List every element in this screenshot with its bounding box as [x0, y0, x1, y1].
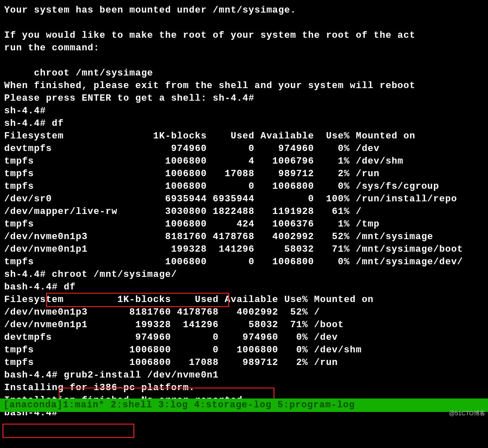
intro-line: When finished, please exit from the shel…	[4, 80, 484, 92]
df-row: /dev/nvme0n1p1 199328 141296 58032 71% /…	[4, 319, 484, 331]
intro-line: run the command:	[4, 42, 484, 55]
output-line: Installing for i386-pc platform.	[4, 382, 484, 394]
intro-line: If you would like to make the root of yo…	[4, 29, 484, 42]
df-row: tmpfs 1006800 17088 989712 2% /run	[4, 357, 484, 369]
prompt-line: bash-4.4# grub2-install /dev/nvme0n1	[4, 369, 484, 382]
df-row: devtmpfs 974960 0 974960 0% /dev	[4, 143, 484, 155]
df-row: /dev/nvme0n1p1 199328 141296 58032 71% /…	[4, 243, 484, 256]
df-row: tmpfs 1006800 0 1006800 0% /dev/shm	[4, 344, 484, 357]
intro-line: Your system has been mounted under /mnt/…	[4, 4, 484, 17]
intro-line: chroot /mnt/sysimage	[4, 67, 484, 80]
prompt-line: sh-4.4#	[4, 105, 484, 117]
highlight-box-bash	[3, 424, 134, 438]
df-row: tmpfs 1006800 4 1006796 1% /dev/shm	[4, 155, 484, 168]
blank-line	[4, 55, 484, 67]
prompt-line: sh-4.4# df	[4, 117, 484, 130]
df-row: tmpfs 1006800 17088 989712 2% /run	[4, 168, 484, 180]
df-header: Filesystem 1K-blocks Used Available Use%…	[4, 294, 484, 306]
terminal-screen[interactable]: Your system has been mounted under /mnt/…	[0, 0, 488, 419]
df-row: tmpfs 1006800 0 1006800 0% /mnt/sysimage…	[4, 256, 484, 268]
prompt-line: bash-4.4# df	[4, 281, 484, 294]
df-row: /dev/mapper/live-rw 3030800 1822488 1191…	[4, 206, 484, 218]
blank-line	[4, 17, 484, 29]
df-row: /dev/sr0 6935944 6935944 0 100% /run/ins…	[4, 193, 484, 206]
df-row: tmpfs 1006800 424 1006376 1% /tmp	[4, 218, 484, 231]
df-row: /dev/nvme0n1p3 8181760 4178768 4002992 5…	[4, 231, 484, 243]
watermark-text: @51CTO博客	[449, 407, 485, 419]
df-row: /dev/nvme0n1p3 8181760 4178768 4002992 5…	[4, 306, 484, 319]
tmux-status-bar[interactable]: [anaconda]1:main* 2:shell 3:log 4:storag…	[0, 399, 488, 412]
intro-line: Please press ENTER to get a shell: sh-4.…	[4, 92, 484, 105]
prompt-line: sh-4.4# chroot /mnt/sysimage/	[4, 268, 484, 281]
df-header: Filesystem 1K-blocks Used Available Use%…	[4, 130, 484, 143]
df-row: tmpfs 1006800 0 1006800 0% /sys/fs/cgrou…	[4, 180, 484, 193]
df-row: devtmpfs 974960 0 974960 0% /dev	[4, 331, 484, 344]
